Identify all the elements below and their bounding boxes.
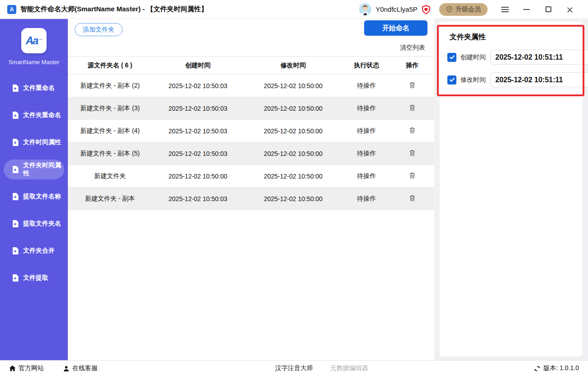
- modified-time-label: 修改时间: [460, 76, 486, 84]
- modified-time-checkbox[interactable]: [447, 75, 456, 85]
- col-header-action: 操作: [390, 61, 434, 70]
- metadata-editor-link[interactable]: 元数据编辑器: [330, 364, 368, 372]
- folder-name: 新建文件夹 - 副本 (2): [68, 82, 152, 90]
- created-time: 2025-12-02 10:50:00: [152, 173, 244, 180]
- created-time: 2025-12-02 10:50:03: [152, 150, 244, 157]
- modified-time: 2025-12-02 10:50:00: [244, 105, 343, 112]
- sidebar-item-label: 提取文件夹名: [23, 220, 61, 228]
- sidebar-item-label: 文件夹合并: [23, 247, 55, 255]
- modified-time: 2025-12-02 10:50:00: [244, 150, 343, 157]
- document-plus-icon: [12, 247, 19, 254]
- created-time-input[interactable]: [490, 50, 588, 65]
- sidebar-item-label: 文件重命名: [23, 84, 55, 92]
- modified-time: 2025-12-02 10:50:00: [244, 195, 343, 202]
- trash-icon: [409, 127, 416, 134]
- close-button[interactable]: ×: [559, 2, 581, 17]
- minimize-button[interactable]: [516, 2, 537, 17]
- created-time-checkbox[interactable]: [447, 53, 456, 62]
- document-plus-icon: [12, 112, 19, 119]
- col-header-source-name: 源文件夹名 ( 6 ): [68, 61, 152, 70]
- app-logo: Aa→: [21, 28, 47, 53]
- window-title: 智能文件命名大师(SmartName Master) - 【文件夹时间属性】: [20, 5, 208, 14]
- created-time: 2025-12-02 10:50:03: [152, 82, 244, 89]
- status-badge: 待操作: [342, 82, 390, 90]
- menu-button[interactable]: [494, 2, 516, 17]
- delete-row-button[interactable]: [407, 80, 417, 91]
- delete-row-button[interactable]: [407, 171, 417, 181]
- trash-icon: [409, 172, 416, 179]
- trash-icon: [409, 81, 416, 89]
- created-time-row: 创建时间: [446, 50, 576, 65]
- upgrade-member-label: 升级会员: [455, 5, 481, 14]
- col-header-created: 创建时间: [152, 61, 244, 70]
- close-icon: ×: [566, 5, 574, 14]
- folder-name: 新建文件夹 - 副本 (3): [68, 104, 152, 113]
- official-site-link[interactable]: 官方网站: [9, 364, 44, 372]
- footer: 官方网站 在线客服 汉字注音大师 元数据编辑器 版本: 1.0.1.0: [0, 360, 588, 376]
- sidebar-item-extract-file-name[interactable]: 提取文件名称: [4, 187, 64, 207]
- avatar[interactable]: [359, 3, 371, 15]
- table-row: 新建文件夹 - 副本 (3) 2025-12-02 10:50:03 2025-…: [68, 97, 434, 120]
- sidebar-item-folder-merge[interactable]: 文件夹合并: [4, 241, 64, 261]
- folder-table: 源文件夹名 ( 6 ) 创建时间 修改时间 执行状态 操作 新建文件夹 - 副本…: [68, 56, 434, 210]
- table-row: 新建文件夹 2025-12-02 10:50:00 2025-12-02 10:…: [68, 165, 434, 188]
- status-badge: 待操作: [342, 150, 390, 158]
- delete-row-button[interactable]: [407, 103, 417, 113]
- trash-icon: [409, 194, 416, 202]
- delete-row-button[interactable]: [407, 193, 417, 204]
- sidebar-item-file-rename[interactable]: 文件重命名: [4, 78, 64, 98]
- sidebar-item-extract-folder-name[interactable]: 提取文件夹名: [4, 214, 64, 234]
- sidebar-item-file-time-attr[interactable]: 文件时间属性: [4, 132, 64, 152]
- maximize-button[interactable]: [537, 2, 559, 17]
- upgrade-member-button[interactable]: 升级会员: [439, 3, 488, 16]
- sidebar-item-folder-rename[interactable]: 文件夹重命名: [4, 105, 64, 125]
- username[interactable]: Y0ndfcLlya5P: [375, 5, 417, 13]
- vip-badge-icon[interactable]: [421, 5, 431, 14]
- sidebar-item-file-extract[interactable]: 文件提取: [4, 268, 64, 288]
- main-content: 添加文件夹 开始命名 清空列表 源文件夹名 ( 6 ) 创建时间 修改时间 执行…: [68, 19, 434, 360]
- modified-time-row: 修改时间: [446, 72, 576, 87]
- sidebar-item-label: 提取文件名称: [23, 193, 61, 201]
- official-site-label: 官方网站: [19, 364, 44, 372]
- sidebar-item-label: 文件夹重命名: [23, 111, 61, 119]
- table-row: 新建文件夹 - 副本 2025-12-02 10:50:03 2025-12-0…: [68, 188, 434, 210]
- delete-row-button[interactable]: [407, 148, 417, 159]
- online-support-label: 在线客服: [72, 364, 98, 372]
- sidebar-item-label: 文件夹时间属性: [23, 161, 64, 178]
- clear-list-link[interactable]: 清空列表: [400, 44, 425, 52]
- sidebar-item-folder-time-attr[interactable]: 文件夹时间属性: [4, 160, 64, 179]
- created-time: 2025-12-02 10:50:03: [152, 127, 244, 135]
- titlebar: A 智能文件命名大师(SmartName Master) - 【文件夹时间属性】…: [0, 0, 588, 19]
- add-folder-button[interactable]: 添加文件夹: [75, 23, 123, 36]
- table-row: 新建文件夹 - 副本 (2) 2025-12-02 10:50:03 2025-…: [68, 75, 434, 97]
- refresh-icon[interactable]: [534, 365, 541, 372]
- checkbox-check-icon: [449, 54, 455, 60]
- checkbox-check-icon: [449, 77, 455, 83]
- document-plus-icon: [12, 85, 19, 92]
- panel-title: 文件夹属性: [450, 33, 576, 42]
- pinyin-master-link[interactable]: 汉字注音大师: [275, 364, 313, 372]
- status-badge: 待操作: [342, 127, 390, 135]
- folder-name: 新建文件夹 - 副本 (5): [68, 150, 152, 158]
- start-rename-button[interactable]: 开始命名: [364, 20, 427, 36]
- created-time: 2025-12-02 10:50:03: [152, 195, 244, 202]
- folder-attributes-card: 文件夹属性 创建时间 修改时间: [440, 22, 583, 357]
- folder-name: 新建文件夹: [68, 172, 152, 180]
- status-badge: 待操作: [342, 104, 390, 113]
- brand-name: SmartName Master: [9, 59, 60, 66]
- table-row: 新建文件夹 - 副本 (4) 2025-12-02 10:50:03 2025-…: [68, 120, 434, 142]
- modified-time-input[interactable]: [490, 72, 588, 87]
- online-support-link[interactable]: 在线客服: [63, 364, 98, 372]
- table-row: 新建文件夹 - 副本 (5) 2025-12-02 10:50:03 2025-…: [68, 142, 434, 165]
- status-badge: 待操作: [342, 172, 390, 180]
- document-plus-icon: [12, 193, 19, 200]
- folder-name: 新建文件夹 - 副本: [68, 195, 152, 203]
- delete-row-button[interactable]: [407, 126, 417, 136]
- app-logo-icon: A: [7, 5, 16, 14]
- created-time: 2025-12-02 10:50:03: [152, 105, 244, 112]
- version-text: 版本: 1.0.1.0: [543, 364, 579, 372]
- col-header-status: 执行状态: [342, 61, 390, 70]
- document-plus-icon: [12, 166, 19, 173]
- modified-time: 2025-12-02 10:50:00: [244, 82, 343, 89]
- document-plus-icon: [12, 220, 19, 227]
